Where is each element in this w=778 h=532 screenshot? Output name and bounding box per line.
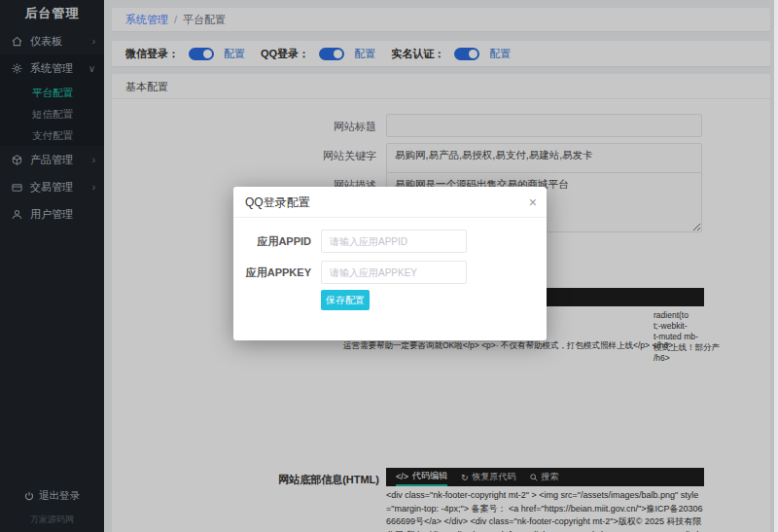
- save-config-button[interactable]: 保存配置: [321, 290, 370, 310]
- qq-login-config-modal: QQ登录配置 × 应用APPID 应用APPKEY 保存配置: [233, 187, 547, 340]
- scrollbar[interactable]: [774, 0, 778, 532]
- appid-input[interactable]: [321, 230, 467, 253]
- appkey-label: 应用APPKEY: [233, 266, 311, 280]
- appid-label: 应用APPID: [233, 234, 311, 249]
- appid-row: 应用APPID: [233, 230, 547, 253]
- modal-title: QQ登录配置: [233, 187, 547, 218]
- appkey-input[interactable]: [321, 261, 467, 284]
- admin-app: 后台管理 仪表板 › 系统管理 ∨ 平台配置 短信配置 支付配置: [0, 0, 778, 532]
- appkey-row: 应用APPKEY: [233, 261, 547, 284]
- close-icon[interactable]: ×: [529, 194, 537, 211]
